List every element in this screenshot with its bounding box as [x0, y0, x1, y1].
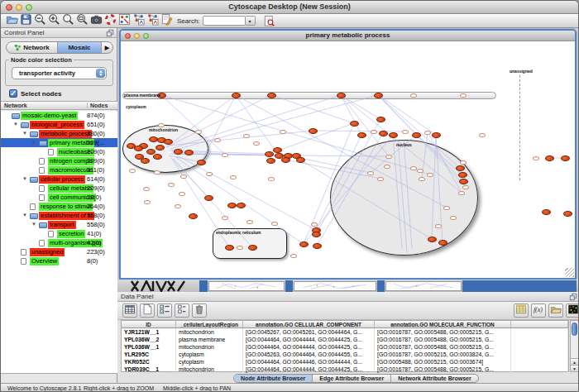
network-node-unselected[interactable]: [168, 183, 175, 187]
tab-overflow-button[interactable]: ▶: [102, 42, 112, 53]
attribute-grid-button[interactable]: [122, 304, 137, 318]
network-node-selected[interactable]: [266, 158, 275, 164]
tab-network-attribute-browser[interactable]: Network Attribute Browser: [391, 375, 477, 382]
tab-node-attribute-browser[interactable]: Node Attribute Browser: [234, 375, 313, 382]
network-node-selected[interactable]: [545, 155, 554, 161]
network-node-unselected[interactable]: [479, 133, 486, 137]
network-node-unselected[interactable]: [175, 204, 181, 208]
select-attributes-button[interactable]: [157, 304, 172, 318]
float-panel-icon[interactable]: [569, 293, 577, 301]
table-row-ydr039c__1[interactable]: YDR039C__1mitochondrion[GO:0044464, GO:0…: [122, 366, 568, 373]
tree-row-secretion[interactable]: secretion41(0): [1, 229, 117, 238]
table-row-yjr121w__1[interactable]: YJR121W__1mitochondrion[GO:0045267, GO:0…: [122, 328, 568, 336]
network-node-selected[interactable]: [174, 149, 183, 155]
network-node-unselected[interactable]: [427, 173, 433, 177]
table-row-ypl036w__2[interactable]: YPL036W__2plasma membrane[GO:0044464, GO…: [122, 336, 568, 343]
float-panel-icon[interactable]: [106, 29, 114, 37]
network-node-unselected[interactable]: [143, 187, 150, 191]
tree-row-cell-communicat[interactable]: cell communicat22(0): [1, 193, 117, 202]
column-header-annotation-go-molecular-function[interactable]: annotation.GO MOLECULAR_FUNCTION: [375, 321, 511, 327]
network-window-title-bar[interactable]: primary metabolic process: [121, 31, 575, 41]
tree-row-macromolecule[interactable]: macromolecule311(0): [1, 165, 117, 174]
network-node-unselected[interactable]: [462, 185, 469, 189]
network-node-unselected[interactable]: [222, 153, 228, 157]
vizmapper-icon[interactable]: [118, 13, 131, 26]
layout-network-blue-icon[interactable]: [132, 13, 145, 26]
table-row-ylr295c[interactable]: YLR295Ccytoplasm[GO:0045263, GO:0044464,…: [122, 351, 568, 358]
background-network-thumbnail[interactable]: [208, 281, 285, 291]
network-node-unselected[interactable]: [222, 216, 228, 220]
tree-row-establishment-of-lo[interactable]: ▼establishment of lo558(0): [1, 211, 117, 220]
open-file-icon[interactable]: [6, 13, 18, 26]
network-node-selected[interactable]: [156, 145, 165, 151]
column-header-annotation-go-cellular-component[interactable]: annotation.GO CELLULAR_COMPONENT: [243, 321, 375, 327]
network-node-unselected[interactable]: [214, 138, 221, 142]
unselect-attributes-button[interactable]: [175, 304, 189, 318]
network-node-selected[interactable]: [281, 157, 290, 163]
network-node-selected[interactable]: [184, 150, 194, 155]
tree-expand-arrow-icon[interactable]: ▼: [13, 122, 18, 127]
network-node-selected[interactable]: [149, 136, 158, 142]
help-icon[interactable]: [104, 13, 117, 26]
snapshot-icon[interactable]: [90, 13, 103, 26]
network-node-selected[interactable]: [563, 211, 572, 217]
network-node-selected[interactable]: [428, 237, 437, 242]
network-node-selected[interactable]: [296, 157, 305, 163]
network-node-unselected[interactable]: [246, 220, 253, 224]
background-network-thumbnail[interactable]: [385, 281, 462, 291]
network-node-unselected[interactable]: [460, 160, 467, 165]
network-node-selected[interactable]: [374, 93, 383, 98]
tree-row-unassigned[interactable]: unassigned223(0): [1, 247, 117, 256]
network-node-unselected[interactable]: [280, 130, 286, 134]
import-attributes-button[interactable]: [548, 304, 563, 318]
network-node-selected[interactable]: [299, 241, 309, 247]
network-node-selected[interactable]: [389, 132, 398, 138]
network-node-unselected[interactable]: [129, 169, 136, 173]
tree-row-biological-process[interactable]: ▼biological_process651(0): [1, 120, 117, 129]
function-builder-button[interactable]: f(x): [531, 304, 546, 318]
network-node-selected[interactable]: [337, 93, 346, 98]
scroll-up-button[interactable]: ▲: [571, 358, 578, 365]
network-node-unselected[interactable]: [417, 169, 423, 173]
layout-network-red-icon[interactable]: [146, 13, 159, 26]
attribute-matrix-button[interactable]: [514, 304, 529, 318]
network-node-selected[interactable]: [164, 139, 173, 145]
column-header-filler[interactable]: [511, 321, 568, 327]
network-node-unselected[interactable]: [435, 224, 442, 228]
network-node-selected[interactable]: [561, 155, 570, 161]
table-row-ykr052c[interactable]: YKR052Ccytoplasm[GO:0044464, GO:0044446,…: [122, 358, 568, 366]
network-node-unselected[interactable]: [367, 171, 374, 175]
network-node-unselected[interactable]: [460, 93, 467, 98]
network-node-unselected[interactable]: [206, 172, 213, 176]
network-node-unselected[interactable]: [402, 130, 409, 134]
network-node-unselected[interactable]: [271, 222, 278, 226]
search-dropdown-button[interactable]: ▾: [246, 16, 256, 26]
network-node-selected[interactable]: [542, 209, 551, 215]
network-node-selected[interactable]: [357, 132, 366, 138]
tree-row-overview[interactable]: Overview8(0): [1, 256, 117, 265]
window-resize-grip[interactable]: [565, 268, 574, 277]
network-node-unselected[interactable]: [154, 170, 160, 174]
node-color-combo[interactable]: transporter activity: [12, 67, 107, 79]
zoom-out-icon[interactable]: [34, 13, 46, 26]
tree-row-primary-metabo[interactable]: ▼primary metabo209(...: [1, 138, 117, 147]
background-network-thumbnail[interactable]: [294, 281, 376, 291]
network-node-selected[interactable]: [458, 172, 467, 178]
network-node-selected[interactable]: [456, 165, 465, 171]
network-node-unselected[interactable]: [195, 130, 202, 134]
tab-mosaic[interactable]: Mosaic: [58, 42, 102, 53]
network-node-selected[interactable]: [204, 195, 213, 201]
tree-row-response-to-stimul[interactable]: response to stimul264(0): [1, 202, 117, 211]
network-node-selected[interactable]: [265, 151, 274, 157]
select-nodes-checkbox[interactable]: ✓: [9, 89, 17, 98]
network-node-unselected[interactable]: [180, 174, 187, 179]
network-node-selected[interactable]: [248, 245, 257, 251]
network-canvas[interactable]: plasma membrane cytoplasm mitochondrion …: [121, 41, 575, 278]
tree-expand-arrow-icon[interactable]: ▼: [31, 140, 36, 146]
network-node-unselected[interactable]: [458, 191, 465, 195]
network-node-unselected[interactable]: [410, 166, 417, 170]
network-node-unselected[interactable]: [268, 177, 275, 181]
network-node-unselected[interactable]: [410, 93, 417, 98]
column-header-id[interactable]: ID: [122, 321, 176, 327]
network-node-selected[interactable]: [134, 146, 143, 151]
